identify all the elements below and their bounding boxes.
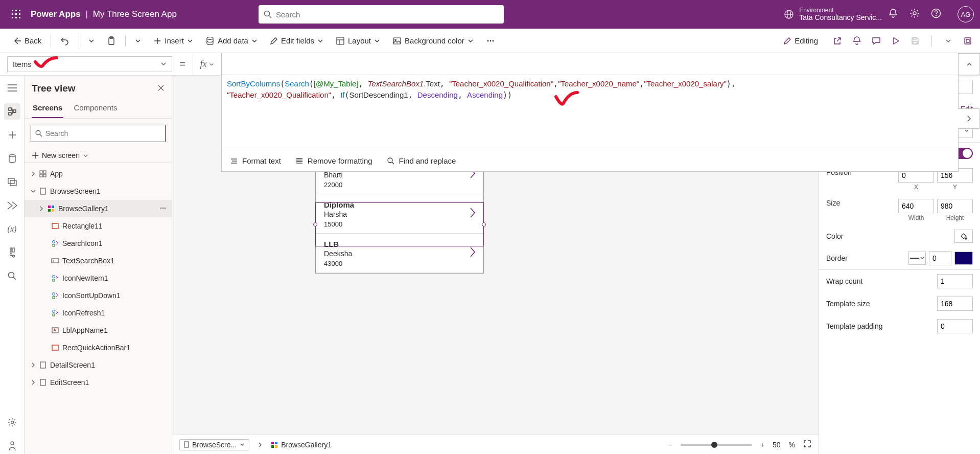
- tree-iconrefresh[interactable]: IconRefresh1: [25, 304, 172, 322]
- tree-browsescreen[interactable]: BrowseScreen1: [25, 183, 172, 200]
- undo-button[interactable]: [55, 33, 75, 49]
- save-icon[interactable]: [910, 36, 920, 46]
- chevron-down-icon: [160, 60, 167, 69]
- comments-icon[interactable]: [871, 36, 881, 46]
- zoom-in-icon[interactable]: +: [760, 441, 764, 449]
- background-color-button[interactable]: Background color: [387, 33, 479, 49]
- border-width-input[interactable]: [929, 251, 951, 265]
- chevron-right-icon[interactable]: [469, 246, 476, 260]
- environment-picker[interactable]: Environment Tata Consultancy Servic...: [784, 7, 882, 22]
- breadcrumb-gallery[interactable]: BrowseGallery1: [271, 441, 332, 449]
- paste-chevron[interactable]: [130, 35, 146, 47]
- tree-editscreen[interactable]: EditScreen1: [25, 374, 172, 391]
- more-icon[interactable]: [159, 205, 167, 213]
- tab-screens[interactable]: Screens: [32, 100, 63, 118]
- breadcrumb-screen[interactable]: BrowseScre...: [179, 439, 249, 450]
- template-size-input[interactable]: [937, 297, 973, 311]
- tree-detailscreen[interactable]: DetailScreen1: [25, 356, 172, 374]
- tree-search[interactable]: [31, 125, 166, 142]
- product-name[interactable]: Power Apps: [31, 9, 81, 19]
- tree-browsegallery[interactable]: BrowseGallery1: [25, 200, 172, 217]
- selection-handle[interactable]: [482, 222, 486, 226]
- tree-iconsort[interactable]: IconSortUpDown1: [25, 287, 172, 304]
- wrap-count-input[interactable]: [937, 274, 973, 288]
- svg-line-55: [13, 277, 16, 280]
- fit-to-screen-icon[interactable]: [803, 440, 811, 449]
- color-picker[interactable]: [954, 230, 973, 243]
- help-icon[interactable]: [931, 8, 941, 20]
- search-icon: [35, 130, 42, 137]
- width-input[interactable]: [898, 199, 934, 213]
- editing-mode[interactable]: Editing: [778, 33, 823, 48]
- tree-lblapp[interactable]: LblAppName1: [25, 322, 172, 339]
- svg-line-59: [40, 134, 42, 137]
- template-padding-input[interactable]: [937, 319, 973, 333]
- zoom-slider[interactable]: [681, 444, 752, 446]
- zoom-out-icon[interactable]: −: [668, 441, 672, 449]
- close-icon[interactable]: [157, 83, 165, 94]
- insert-button[interactable]: Insert: [148, 33, 198, 48]
- hamburger-icon[interactable]: [4, 80, 20, 96]
- save-chevron[interactable]: [943, 36, 953, 46]
- new-screen-button[interactable]: New screen: [25, 148, 172, 163]
- formula-expand-right[interactable]: [958, 108, 979, 129]
- waffle-icon[interactable]: [6, 10, 27, 19]
- media-rail-icon[interactable]: [4, 174, 20, 190]
- advanced-tools-icon[interactable]: [4, 244, 20, 261]
- more-button[interactable]: [481, 33, 500, 49]
- back-button[interactable]: Back: [7, 33, 46, 49]
- settings-rail-icon[interactable]: [4, 414, 20, 430]
- height-input[interactable]: [937, 199, 973, 213]
- app-header: Power Apps | My Three Screen App Environ…: [0, 0, 980, 29]
- app-checker-icon[interactable]: [852, 36, 862, 46]
- virtual-agent-icon[interactable]: [4, 438, 20, 454]
- global-search-input[interactable]: [276, 10, 499, 19]
- insert-rail-icon[interactable]: [4, 127, 20, 143]
- edit-fields-button[interactable]: Edit fields: [265, 33, 329, 48]
- global-search[interactable]: [259, 5, 504, 24]
- border-color-swatch[interactable]: [954, 252, 973, 265]
- svg-rect-82: [53, 314, 55, 316]
- preview-icon[interactable]: [891, 36, 901, 46]
- data-rail-icon[interactable]: [4, 150, 20, 167]
- tree-iconnew[interactable]: IconNewItem1: [25, 269, 172, 287]
- selection-handle[interactable]: [313, 222, 317, 226]
- notifications-icon[interactable]: [888, 8, 898, 20]
- chevron-right-icon[interactable]: [469, 207, 476, 220]
- power-automate-rail-icon[interactable]: [4, 197, 20, 214]
- publish-icon[interactable]: [963, 36, 973, 46]
- find-replace-button[interactable]: Find and replace: [387, 155, 456, 166]
- tree-view-icon[interactable]: [4, 103, 20, 120]
- tree-app[interactable]: App: [25, 165, 172, 183]
- layout-button[interactable]: Layout: [331, 33, 385, 49]
- clipboard-icon: [107, 36, 116, 46]
- tree-searchicon[interactable]: SearchIcon1: [25, 235, 172, 252]
- user-avatar[interactable]: AG: [958, 6, 974, 22]
- formula-collapse-button[interactable]: [959, 53, 980, 75]
- tree-textsearchbox[interactable]: TextSearchBox1: [25, 252, 172, 269]
- formula-input[interactable]: [221, 53, 959, 75]
- property-selector[interactable]: Items: [7, 56, 172, 72]
- gallery-item[interactable]: LLB Deeksha 43000: [316, 234, 483, 273]
- fx-label[interactable]: fx: [193, 53, 221, 75]
- format-text-button[interactable]: Format text: [230, 155, 281, 166]
- tree-rectquick[interactable]: RectQuickActionBar1: [25, 339, 172, 356]
- tree-search-input[interactable]: [45, 129, 161, 138]
- svg-rect-8: [19, 17, 20, 18]
- tab-components[interactable]: Components: [73, 100, 118, 118]
- variables-rail-icon[interactable]: (x): [4, 221, 20, 237]
- rectangle-icon: [51, 222, 59, 230]
- add-data-button[interactable]: Add data: [200, 33, 263, 49]
- app-name[interactable]: My Three Screen App: [93, 9, 177, 19]
- tree-rectangle[interactable]: Rectangle11: [25, 217, 172, 235]
- undo-chevron[interactable]: [83, 35, 100, 47]
- search-rail-icon[interactable]: [4, 268, 20, 284]
- remove-formatting-button[interactable]: Remove formatting: [295, 155, 372, 166]
- paste-button[interactable]: [102, 33, 121, 49]
- gallery-item[interactable]: Diploma Harsha 15000: [316, 194, 483, 234]
- settings-icon[interactable]: [909, 8, 920, 20]
- share-icon[interactable]: [832, 36, 843, 46]
- border-style-select[interactable]: [908, 252, 926, 265]
- formula-expanded[interactable]: SortByColumns(Search([@My_Table], TextSe…: [221, 75, 959, 172]
- svg-rect-61: [43, 171, 46, 173]
